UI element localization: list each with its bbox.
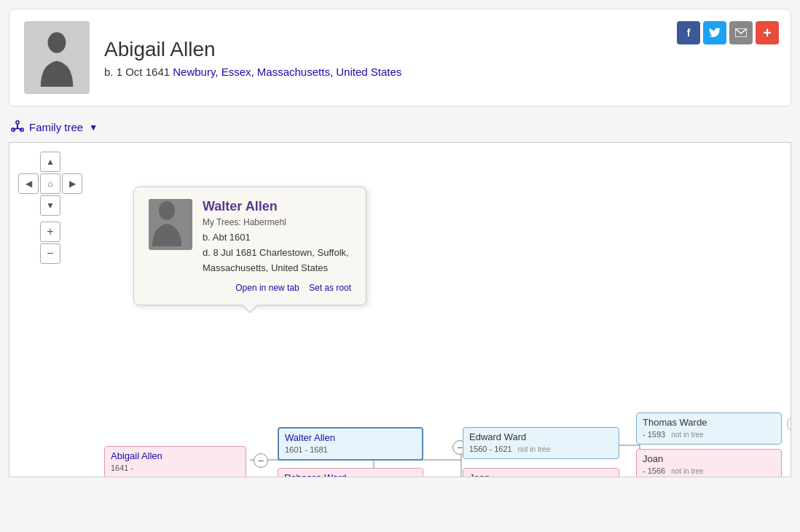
svg-point-0 (48, 32, 66, 52)
nav-down-button[interactable]: ▼ (40, 195, 60, 216)
avatar (24, 21, 90, 94)
tooltip-avatar (149, 199, 192, 250)
family-tree-header[interactable]: Family tree ▼ (0, 115, 800, 142)
svg-rect-2 (17, 125, 18, 128)
person-name: Abigail Allen (104, 38, 401, 61)
walter-dates: 1601 - 1681 (285, 445, 416, 455)
tooltip-dates: b. Abt 1601 d. 8 Jul 1681 Charlestown, S… (203, 230, 351, 275)
rebecca-ward-box[interactable]: Rebecca Ward 1610 - 1678 (278, 468, 423, 477)
add-button[interactable]: + (756, 21, 779, 44)
svg-point-26 (159, 201, 175, 220)
tooltip-name: Walter Allen (203, 199, 351, 214)
thomas-dates: - 1593 (643, 429, 665, 440)
abigail-allen-link[interactable]: Abigail Allen (111, 450, 162, 461)
thomas-not-in-tree: not in tree (671, 430, 703, 440)
nav-right-button[interactable]: ▶ (62, 173, 82, 194)
svg-rect-5 (16, 121, 19, 124)
nav-controls: ▲ ◀ ⌂ ▶ ▼ + − (18, 152, 82, 264)
header-info: Abigail Allen b. 1 Oct 1641 Newbury, Ess… (104, 38, 401, 78)
nav-left-button[interactable]: ◀ (18, 173, 39, 194)
zoom-controls: + − (40, 222, 60, 264)
zoom-in-button[interactable]: + (40, 222, 60, 242)
header-card: Abigail Allen b. 1 Oct 1641 Newbury, Ess… (9, 9, 791, 106)
nav-up-button[interactable]: ▲ (40, 152, 60, 172)
tree-icon (10, 120, 25, 135)
walter-allen-box[interactable]: Walter Allen 1601 - 1681 (278, 427, 423, 461)
edward-dates: 1560 - 1621 (469, 444, 512, 455)
birth-date: 1 Oct 1641 (117, 66, 170, 78)
tooltip-popup: Walter Allen My Trees: Habermehl b. Abt … (133, 187, 366, 305)
set-as-root-link[interactable]: Set as root (309, 283, 351, 293)
tooltip-footer: Open in new tab Set as root (149, 283, 351, 293)
joan-top-right-name: Joan (643, 453, 663, 464)
thomas-plus[interactable]: + (787, 417, 791, 431)
edward-ward-box[interactable]: Edward Ward 1560 - 1621 not in tree (463, 427, 619, 459)
thomas-warde-box[interactable]: Thomas Warde - 1593 not in tree (636, 412, 782, 445)
family-tree-label: Family tree (29, 121, 83, 133)
joan-box[interactable]: Joan - 1566 not in tree (463, 468, 619, 477)
edward-ward-name: Edward Ward (469, 431, 526, 442)
joan-top-right-box[interactable]: Joan - 1566 not in tree (636, 449, 782, 477)
abigail-walter-minus[interactable]: − (254, 453, 268, 468)
birth-info: b. 1 Oct 1641 Newbury, Essex, Massachuse… (104, 66, 401, 78)
header-actions: f + (677, 21, 779, 44)
tooltip-mytrees: My Trees: Habermehl (203, 217, 351, 227)
zoom-out-button[interactable]: − (40, 243, 60, 264)
email-button[interactable] (729, 21, 753, 44)
joan-top-right-not-in-tree: not in tree (671, 466, 703, 477)
tree-container: ▲ ◀ ⌂ ▶ ▼ + − (9, 142, 791, 477)
twitter-button[interactable] (703, 21, 726, 44)
walter-allen-link[interactable]: Walter Allen (285, 432, 335, 443)
abigail-dates: 1641 - (111, 463, 240, 474)
nav-home-button[interactable]: ⌂ (40, 173, 60, 194)
rebecca-ward-link[interactable]: Rebecca Ward (284, 472, 347, 477)
dropdown-icon: ▼ (89, 122, 98, 133)
joan-name: Joan (469, 472, 490, 477)
thomas-warde-name: Thomas Warde (643, 417, 707, 428)
joan-top-right-dates: - 1566 (643, 466, 665, 477)
facebook-button[interactable]: f (677, 21, 700, 44)
tooltip-death: d. 8 Jul 1681 Charlestown, Suffolk, Mass… (203, 246, 351, 276)
abigail-allen-box[interactable]: Abigail Allen 1641 - (104, 446, 246, 477)
birth-prefix: b. (104, 66, 114, 78)
tooltip-info: Walter Allen My Trees: Habermehl b. Abt … (203, 199, 351, 275)
open-in-new-tab-link[interactable]: Open in new tab (235, 283, 299, 293)
edward-not-in-tree: not in tree (518, 445, 550, 455)
tooltip-birth: b. Abt 1601 (203, 230, 351, 246)
birth-place-link[interactable]: Newbury, Essex, Massachusetts, United St… (173, 66, 401, 78)
